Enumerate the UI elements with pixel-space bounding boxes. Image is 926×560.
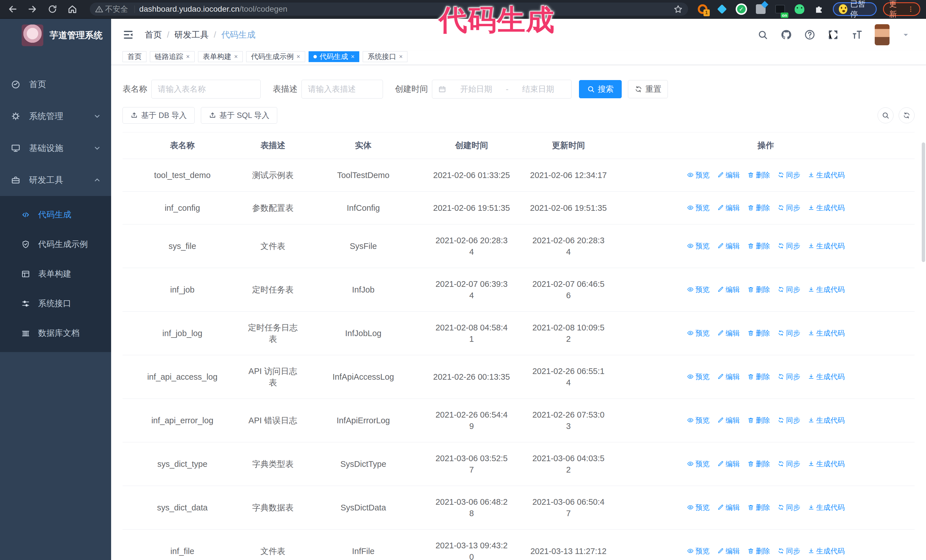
action-delete-link[interactable]: 删除	[747, 371, 770, 382]
action-sync-link[interactable]: 同步	[778, 284, 800, 295]
action-edit-link[interactable]: 编辑	[717, 545, 740, 557]
action-preview-link[interactable]: 预览	[687, 169, 710, 181]
tag-2[interactable]: 表单构建×	[198, 51, 243, 62]
table-name-input[interactable]	[158, 85, 254, 94]
sidebar-item-dashboard[interactable]: 首页	[0, 68, 111, 100]
date-end-placeholder[interactable]: 结束日期	[511, 84, 566, 95]
action-edit-link[interactable]: 编辑	[717, 502, 740, 513]
action-preview-link[interactable]: 预览	[687, 545, 710, 557]
action-edit-link[interactable]: 编辑	[717, 414, 740, 426]
action-generate-link[interactable]: 生成代码	[808, 327, 845, 339]
extension-check-icon[interactable]: ✓	[735, 3, 747, 15]
paused-badge[interactable]: 已暂停	[833, 2, 877, 16]
action-sync-link[interactable]: 同步	[778, 502, 800, 513]
date-range-picker[interactable]: 开始日期 - 结束日期	[432, 80, 572, 98]
action-delete-link[interactable]: 删除	[747, 414, 770, 426]
tag-close-icon[interactable]: ×	[399, 53, 402, 60]
help-icon[interactable]	[804, 29, 816, 41]
tag-5[interactable]: 系统接口×	[363, 51, 407, 62]
action-edit-link[interactable]: 编辑	[717, 371, 740, 382]
action-generate-link[interactable]: 生成代码	[808, 240, 845, 252]
font-size-icon[interactable]	[851, 29, 863, 41]
sidebar-subitem-4[interactable]: 数据库文档	[0, 318, 111, 348]
fullscreen-icon[interactable]	[828, 29, 839, 41]
avatar-caret-icon[interactable]	[902, 30, 910, 39]
sidebar-subitem-3[interactable]: 系统接口	[0, 289, 111, 318]
action-generate-link[interactable]: 生成代码	[808, 414, 845, 426]
action-preview-link[interactable]: 预览	[687, 240, 710, 252]
action-sync-link[interactable]: 同步	[778, 414, 800, 426]
action-delete-link[interactable]: 删除	[747, 284, 770, 295]
action-sync-link[interactable]: 同步	[778, 371, 800, 382]
reset-button[interactable]: 重置	[628, 80, 668, 98]
browser-back-button[interactable]	[8, 3, 18, 15]
extension-on-icon[interactable]: on	[774, 3, 786, 15]
breadcrumb-item[interactable]: 研发工具	[174, 29, 209, 41]
action-sync-link[interactable]: 同步	[778, 327, 800, 339]
action-preview-link[interactable]: 预览	[687, 371, 710, 382]
action-generate-link[interactable]: 生成代码	[808, 169, 845, 181]
browser-reload-button[interactable]	[47, 3, 57, 15]
app-logo-row[interactable]: 芋道管理系统	[0, 19, 111, 46]
browser-update-button[interactable]: 更新	[883, 2, 920, 16]
tag-close-icon[interactable]: ×	[297, 53, 300, 60]
action-sync-link[interactable]: 同步	[778, 169, 800, 181]
sidebar-subitem-0[interactable]: 代码生成	[0, 200, 111, 229]
tag-3[interactable]: 代码生成示例×	[246, 51, 305, 62]
action-sync-link[interactable]: 同步	[778, 545, 800, 557]
extension-android-icon[interactable]	[793, 3, 805, 15]
refresh-table-button[interactable]	[899, 107, 915, 123]
more-menu-icon[interactable]	[907, 5, 914, 13]
action-preview-link[interactable]: 预览	[687, 327, 710, 339]
table-desc-input[interactable]	[308, 85, 377, 94]
tag-close-icon[interactable]: ×	[234, 53, 238, 60]
action-generate-link[interactable]: 生成代码	[808, 458, 845, 469]
tag-0[interactable]: 首页	[123, 51, 147, 62]
sidebar-item-gear[interactable]: 系统管理	[0, 100, 111, 132]
action-delete-link[interactable]: 删除	[747, 502, 770, 513]
date-start-placeholder[interactable]: 开始日期	[449, 84, 504, 95]
action-edit-link[interactable]: 编辑	[717, 327, 740, 339]
breadcrumb-item[interactable]: 首页	[145, 29, 162, 41]
github-icon[interactable]	[780, 29, 792, 41]
extension-diamond-icon[interactable]	[716, 3, 728, 15]
action-delete-link[interactable]: 删除	[747, 169, 770, 181]
avatar[interactable]	[875, 24, 890, 45]
action-preview-link[interactable]: 预览	[687, 202, 710, 213]
action-edit-link[interactable]: 编辑	[717, 284, 740, 295]
import-db-button[interactable]: 基于 DB 导入	[123, 107, 195, 124]
action-delete-link[interactable]: 删除	[747, 458, 770, 469]
sidebar-fold-icon[interactable]	[123, 29, 134, 41]
tag-close-icon[interactable]: ×	[186, 53, 190, 60]
action-delete-link[interactable]: 删除	[747, 240, 770, 252]
sidebar-subitem-2[interactable]: 表单构建	[0, 259, 111, 289]
action-edit-link[interactable]: 编辑	[717, 458, 740, 469]
address-bar[interactable]: 不安全 dashboard.yudao.iocoder.cn/tool/code…	[90, 3, 688, 16]
toggle-search-button[interactable]	[878, 107, 894, 123]
tag-close-icon[interactable]: ×	[351, 53, 355, 60]
sidebar-subitem-1[interactable]: 代码生成示例	[0, 229, 111, 259]
header-search-icon[interactable]	[757, 29, 768, 40]
action-generate-link[interactable]: 生成代码	[808, 502, 845, 513]
action-preview-link[interactable]: 预览	[687, 284, 710, 295]
extension-grid-icon[interactable]	[755, 3, 767, 15]
action-generate-link[interactable]: 生成代码	[808, 202, 845, 213]
tag-4[interactable]: 代码生成×	[309, 51, 360, 62]
browser-home-button[interactable]	[67, 3, 77, 15]
action-delete-link[interactable]: 删除	[747, 327, 770, 339]
action-preview-link[interactable]: 预览	[687, 458, 710, 469]
action-delete-link[interactable]: 删除	[747, 202, 770, 213]
browser-forward-button[interactable]	[27, 3, 38, 15]
action-delete-link[interactable]: 删除	[747, 545, 770, 557]
action-edit-link[interactable]: 编辑	[717, 202, 740, 213]
action-edit-link[interactable]: 编辑	[717, 169, 740, 181]
action-edit-link[interactable]: 编辑	[717, 240, 740, 252]
tag-1[interactable]: 链路追踪×	[150, 51, 195, 62]
action-sync-link[interactable]: 同步	[778, 202, 800, 213]
action-generate-link[interactable]: 生成代码	[808, 284, 845, 295]
sidebar-item-toolbox[interactable]: 研发工具	[0, 164, 111, 196]
action-generate-link[interactable]: 生成代码	[808, 545, 845, 557]
action-sync-link[interactable]: 同步	[778, 458, 800, 469]
extensions-puzzle-icon[interactable]	[813, 3, 825, 15]
search-button[interactable]: 搜索	[579, 80, 622, 98]
